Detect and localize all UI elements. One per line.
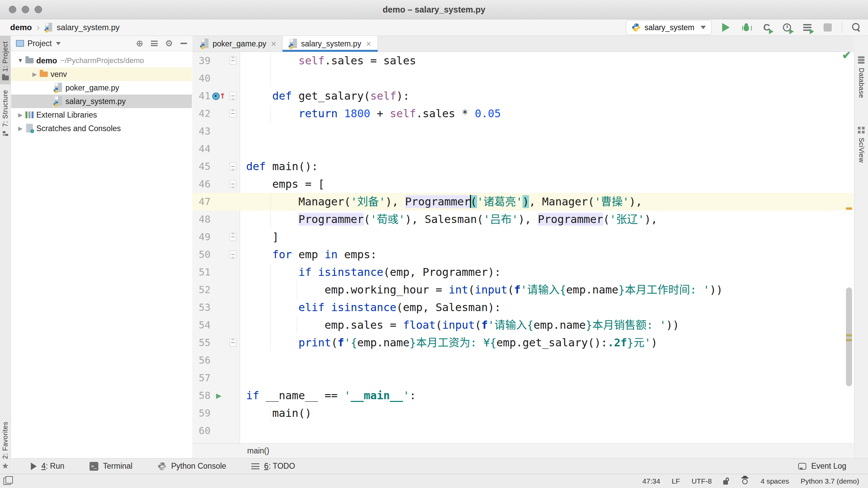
event-log-button[interactable]: Event Log <box>798 462 868 471</box>
line-number[interactable]: 58 <box>192 387 211 404</box>
toolwindow-switcher-icon[interactable] <box>3 477 11 485</box>
code-line-52[interactable]: 52 emp.working_hour = int(input(f'请输入{em… <box>192 281 854 299</box>
line-separator[interactable]: LF <box>672 477 680 485</box>
code-line-53[interactable]: 53 elif isinstance(emp, Salesman): <box>192 299 854 316</box>
code-line-46[interactable]: 46 emps = [ <box>192 175 854 193</box>
code-line-55[interactable]: 55 print(f'{emp.name}本月工资为: ¥{emp.get_sa… <box>192 334 854 351</box>
caret-position[interactable]: 47:34 <box>643 477 660 485</box>
project-panel-title[interactable]: Project <box>27 39 52 48</box>
fold-marker-icon[interactable] <box>230 180 236 188</box>
tab-close-icon[interactable]: × <box>366 39 371 49</box>
chevron-expanded-icon[interactable]: ▼ <box>15 57 25 64</box>
editor-breadcrumb-item[interactable]: main() <box>247 446 269 455</box>
interpreter[interactable]: Python 3.7 (demo) <box>801 477 859 485</box>
tree-item-poker-game-py[interactable]: poker_game.py <box>11 81 192 95</box>
stop-button[interactable] <box>822 21 834 34</box>
profiler-button[interactable] <box>781 21 793 34</box>
editor-scrollbar[interactable] <box>846 287 852 386</box>
line-number[interactable]: 44 <box>192 140 211 158</box>
line-number[interactable]: 42 <box>192 105 211 122</box>
close-window-button[interactable] <box>9 6 16 13</box>
search-everywhere-button[interactable] <box>850 21 863 34</box>
tree-item-external-libraries[interactable]: ▶External Libraries <box>11 108 192 122</box>
override-method-icon[interactable]: ↑ <box>211 88 226 103</box>
code-line-49[interactable]: 49 ] <box>192 228 854 246</box>
line-number[interactable]: 40 <box>192 69 211 87</box>
editor-tab-salary-system-py[interactable]: salary_system.py× <box>282 36 378 52</box>
line-number[interactable]: 50 <box>192 246 211 263</box>
code-line-56[interactable]: 56 <box>192 351 854 369</box>
chevron-collapsed-icon[interactable]: ▶ <box>29 71 40 78</box>
fold-marker-icon[interactable] <box>230 92 236 100</box>
fold-marker-icon[interactable] <box>230 57 236 65</box>
toolwindow-button-6--todo[interactable]: 6: TODO <box>251 462 295 471</box>
chevron-down-icon[interactable] <box>56 42 61 45</box>
breadcrumb-file[interactable]: salary_system.py <box>57 23 119 32</box>
line-number[interactable]: 39 <box>192 52 211 69</box>
toolstrip-button----favorites[interactable]: 2: Favorites★ <box>0 416 11 474</box>
zoom-window-button[interactable] <box>35 6 42 13</box>
line-number[interactable]: 60 <box>192 422 211 440</box>
code-line-43[interactable]: 43 <box>192 122 854 140</box>
collapse-all-icon[interactable] <box>151 41 158 46</box>
toolstrip-button-sciview[interactable]: SciView <box>857 127 865 163</box>
fold-marker-icon[interactable] <box>230 109 236 118</box>
code-line-51[interactable]: 51 if isinstance(emp, Programmer): <box>192 263 854 281</box>
code-line-50[interactable]: 50 for emp in emps: <box>192 246 854 263</box>
toolwindow-button-python-console[interactable]: Python Console <box>158 462 226 471</box>
indent-setting[interactable]: 4 spaces <box>761 477 789 485</box>
code-line-40[interactable]: 40 <box>192 69 854 87</box>
toolstrip-button-database[interactable]: Database <box>857 56 865 98</box>
line-number[interactable]: 41 <box>192 87 211 105</box>
code-line-60[interactable]: 60 <box>192 422 854 440</box>
code-line-45[interactable]: 45def main(): <box>192 158 854 175</box>
code-line-39[interactable]: 39 self.sales = sales <box>192 52 854 69</box>
tree-item-venv[interactable]: ▶venv <box>11 67 192 81</box>
run-button[interactable] <box>720 21 732 34</box>
tree-item-salary-system-py[interactable]: salary_system.py <box>11 95 192 108</box>
fold-marker-icon[interactable] <box>230 162 236 170</box>
fold-marker-icon[interactable] <box>230 250 236 259</box>
tree-item-demo[interactable]: ▼demo~/PycharmProjects/demo <box>11 54 192 67</box>
minimize-window-button[interactable] <box>22 6 29 13</box>
inspections-ok-icon[interactable]: ✔ <box>842 49 851 62</box>
debug-button[interactable] <box>740 21 752 34</box>
chevron-collapsed-icon[interactable]: ▶ <box>15 111 25 119</box>
tree-item-scratches-and-consoles[interactable]: ▶Scratches and Consoles <box>11 122 192 135</box>
code-line-48[interactable]: 48 Programmer('荀彧'), Salesman('吕布'), Pro… <box>192 210 854 228</box>
run-with-coverage-button[interactable]: C <box>761 21 773 34</box>
concurrency-diagram-button[interactable] <box>801 21 813 34</box>
code-line-41[interactable]: 41↑ def get_salary(self): <box>192 87 854 105</box>
window-controls[interactable] <box>9 6 42 13</box>
line-number[interactable]: 48 <box>192 210 211 228</box>
line-number[interactable]: 55 <box>192 334 211 351</box>
line-number[interactable]: 46 <box>192 175 211 193</box>
code-line-47[interactable]: 47 Manager('刘备'), Programmer('诸葛亮'), Man… <box>192 193 854 210</box>
file-encoding[interactable]: UTF-8 <box>692 477 712 485</box>
code-line-42[interactable]: 42 return 1800 + self.sales * 0.05 <box>192 105 854 122</box>
code-line-58[interactable]: 58▶if __name__ == '__main__': <box>192 387 854 404</box>
line-number[interactable]: 53 <box>192 299 211 316</box>
breadcrumb[interactable]: demo › salary_system.py <box>10 19 120 36</box>
editor-tab-poker-game-py[interactable]: poker_game.py× <box>194 36 282 52</box>
code-line-59[interactable]: 59 main() <box>192 404 854 422</box>
toolwindow-button-terminal[interactable]: >_Terminal <box>90 462 133 471</box>
run-configuration-select[interactable]: salary_system <box>626 20 712 35</box>
gear-icon[interactable]: ⚙ <box>165 39 173 48</box>
code-line-44[interactable]: 44 <box>192 140 854 158</box>
stripe-mark[interactable] <box>846 207 852 210</box>
code-line-54[interactable]: 54 emp.sales = float(input(f'请输入{emp.nam… <box>192 316 854 334</box>
line-number[interactable]: 52 <box>192 281 211 299</box>
code-line-57[interactable]: 57 <box>192 369 854 387</box>
unlock-icon[interactable] <box>723 477 729 485</box>
toolstrip-button----project[interactable]: 1: Project <box>0 36 11 84</box>
line-number[interactable]: 57 <box>192 369 211 387</box>
fold-marker-icon[interactable] <box>230 339 236 347</box>
code-area[interactable]: 39 self.sales = sales4041↑ def get_salar… <box>192 52 854 443</box>
toolstrip-button----structure[interactable]: 7: Structure <box>0 84 11 140</box>
line-number[interactable]: 49 <box>192 228 211 246</box>
tab-close-icon[interactable]: × <box>271 39 276 49</box>
line-number[interactable]: 59 <box>192 404 211 422</box>
line-number[interactable]: 51 <box>192 263 211 281</box>
toolwindow-button-4--run[interactable]: 4: Run <box>31 462 64 471</box>
